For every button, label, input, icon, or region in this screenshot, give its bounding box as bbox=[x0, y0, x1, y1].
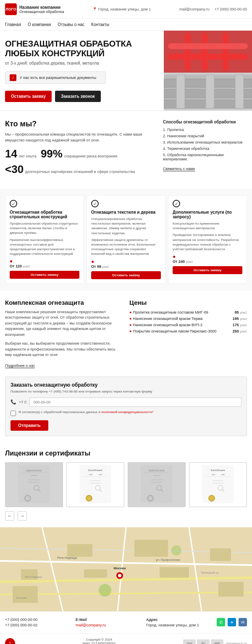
service-price-2: От 99 р/м2 bbox=[91, 264, 161, 269]
cert-card-4[interactable]: Certificate NAME NAME ━━━━━━━━━━━━━ ━━━━… bbox=[189, 462, 247, 507]
footer-phone-2[interactable]: +7 (000) 000-00-02 bbox=[5, 623, 69, 627]
svg-rect-64 bbox=[67, 544, 92, 557]
svg-point-75 bbox=[118, 574, 121, 577]
phone-prefix: +7 С bbox=[19, 400, 27, 404]
footer-social: ✆ ✈ vk bbox=[217, 618, 247, 627]
svg-point-73 bbox=[171, 545, 181, 555]
header-contacts: mail@company.ru +7 (000) 000-00-00 bbox=[179, 7, 247, 11]
stat-partners-num: <30 bbox=[5, 163, 24, 176]
svg-point-34 bbox=[87, 496, 92, 500]
svg-text:━━━━━━━━━━━━━: ━━━━━━━━━━━━━ bbox=[89, 482, 101, 484]
header-phone[interactable]: +7 (000) 000-00-00 bbox=[215, 7, 247, 11]
svg-rect-65 bbox=[134, 540, 168, 557]
form-section: Заказать огнезащитную обработку Позвонит… bbox=[5, 377, 247, 436]
service-title-1: Огнезащитная обработка строительных конс… bbox=[10, 210, 79, 219]
order-button[interactable]: Оставить заявку bbox=[5, 91, 52, 102]
svg-point-23 bbox=[26, 496, 30, 500]
header-email[interactable]: mail@company.ru bbox=[179, 7, 210, 11]
service-desc-1b: Применение высокоэффективных огнезащитны… bbox=[10, 238, 79, 257]
scroll-top-btn[interactable]: ↑ bbox=[5, 638, 15, 644]
service-desc-2: Специализированная обработка текстильных… bbox=[91, 217, 161, 236]
svg-text:━━━━━━━━: ━━━━━━━━ bbox=[153, 475, 160, 476]
whatsapp-icon[interactable]: ✆ bbox=[217, 618, 225, 626]
header: ЛОГО Название компании Огнезащитная обра… bbox=[0, 0, 252, 19]
footer-bottom: ↑ Copyright © 2024 ИНН: 0123456789001 ОГ… bbox=[0, 633, 252, 644]
stat-risk-num: 99% bbox=[41, 147, 63, 160]
service-price-3: От 240 р/м2 bbox=[173, 259, 242, 264]
svg-point-72 bbox=[99, 584, 111, 597]
footer-copyright: Copyright © 2024 bbox=[76, 638, 122, 641]
cert-card-1[interactable]: CERTIFICATE ━━━━━━━━ ━━━━━━━━━━━━━ ━━━━━… bbox=[5, 462, 63, 507]
svg-text:NAME: NAME bbox=[212, 474, 215, 476]
company-info: Название компании Огнезащитная обработка bbox=[19, 5, 64, 14]
stat-years: 14 лет опыта bbox=[5, 147, 37, 160]
service-price-dot-1: ● bbox=[10, 258, 79, 264]
nav-about[interactable]: О компании bbox=[28, 22, 51, 27]
badge-2: MC bbox=[197, 639, 210, 644]
svg-rect-5 bbox=[223, 33, 228, 71]
who-title: Кто мы? bbox=[5, 120, 155, 128]
footer-badges: VISA MC МИР bbox=[183, 639, 223, 644]
svg-rect-68 bbox=[160, 567, 189, 578]
form-consent-row: Я согласен(а) с обработкой персональных … bbox=[10, 410, 242, 416]
certs-prev-btn[interactable]: ← bbox=[5, 511, 14, 521]
submit-button[interactable]: Отправить bbox=[10, 420, 48, 431]
svg-text:Рита Надежды: Рита Надежды bbox=[57, 556, 77, 560]
telegram-icon[interactable]: ✈ bbox=[228, 618, 236, 626]
service-card-3: ✓ Дополнительные услуги (по запросу) Кон… bbox=[168, 195, 247, 284]
stat-risk-label: сокращение риска возгорания bbox=[64, 154, 117, 158]
method-item: 4. Термическая обработка bbox=[163, 147, 247, 151]
svg-text:NAME: NAME bbox=[89, 474, 93, 476]
cert-card-2[interactable]: Certificate NAME NAME ━━━━━━━━━━━━━ ━━━━… bbox=[66, 462, 124, 507]
vk-icon[interactable]: vk bbox=[239, 618, 247, 626]
svg-rect-71 bbox=[13, 586, 38, 603]
hero-section: ОГНЕЗАЩИТНАЯ ОБРАБОТКА ЛЮБЫХ КОНСТРУКЦИЙ… bbox=[0, 31, 252, 110]
service-check-icon-2: ✓ bbox=[91, 200, 99, 207]
complex-section: Комплексная огнезащита Наши комплексные … bbox=[0, 291, 252, 377]
method-item: 2. Нанесение покрытий bbox=[163, 134, 247, 138]
footer-right: VISA MC МИР megagroup.ru bbox=[183, 639, 247, 644]
certs-nav: ← → bbox=[5, 511, 247, 521]
privacy-link[interactable]: политикой конфиденциальности* bbox=[101, 410, 153, 414]
svg-text:Загородный пр.: Загородный пр. bbox=[201, 571, 219, 574]
footer-brand: megagroup.ru bbox=[226, 641, 247, 644]
svg-text:Certificate: Certificate bbox=[211, 469, 225, 471]
contact-link[interactable]: Свяжитесь с нами bbox=[163, 167, 195, 171]
service-desc-1: Профессиональная обработка структурных э… bbox=[10, 221, 79, 236]
callback-button[interactable]: Заказать звонок bbox=[55, 91, 101, 102]
hero-left: ОГНЕЗАЩИТНАЯ ОБРАБОТКА ЛЮБЫХ КОНСТРУКЦИЙ… bbox=[0, 31, 164, 110]
service-check-icon-1: ✓ bbox=[10, 200, 17, 207]
consent-checkbox[interactable] bbox=[10, 411, 16, 416]
service-desc-3: Консультации по применению огнезащитных … bbox=[173, 221, 242, 230]
footer-email[interactable]: mail@company.ru bbox=[76, 623, 106, 627]
footer-phone-1[interactable]: +7 (000) 000-00-00 bbox=[5, 618, 69, 622]
svg-text:━━━━━━━━━━━━━: ━━━━━━━━━━━━━ bbox=[89, 479, 101, 481]
hero-right bbox=[164, 31, 252, 110]
company-subtitle: Огнезащитная обработка bbox=[19, 10, 64, 14]
svg-text:Тульский: Тульский bbox=[16, 597, 26, 599]
form-phone-row: 📞 +7 С bbox=[10, 398, 242, 407]
price-row-2: ●Нанесение огнезащитной краски Терма 195… bbox=[129, 317, 247, 321]
footer-inn: ИНН: 0123456789001 bbox=[76, 641, 122, 644]
logo-block: ЛОГО Название компании Огнезащитная обра… bbox=[5, 3, 64, 15]
phone-input[interactable] bbox=[29, 398, 242, 407]
certs-next-btn[interactable]: → bbox=[18, 511, 27, 521]
complex-link[interactable]: Подробнее о нас bbox=[5, 364, 35, 368]
service-btn-3[interactable]: Оставить заявку bbox=[173, 266, 242, 274]
nav-reviews[interactable]: Отзывы о нас bbox=[58, 22, 84, 27]
certs-grid: CERTIFICATE ━━━━━━━━ ━━━━━━━━━━━━━ ━━━━━… bbox=[5, 462, 247, 507]
svg-rect-6 bbox=[168, 43, 248, 49]
complex-title: Комплексная огнезащита bbox=[5, 299, 123, 306]
who-desc: Мы – профессиональная команда специалист… bbox=[5, 132, 155, 143]
footer-legal: Copyright © 2024 ИНН: 0123456789001 ОГРН… bbox=[76, 638, 122, 644]
complex-desc: Наши комплексные решения огнезащиты пред… bbox=[5, 309, 123, 338]
badge-1: VISA bbox=[183, 639, 196, 644]
service-btn-2[interactable]: Оставить заявку bbox=[91, 271, 161, 279]
svg-text:━━━━━━━━━━━━━: ━━━━━━━━━━━━━ bbox=[28, 479, 39, 481]
cert-card-3[interactable]: CERTIFICATE ━━━━━━━━ ━━━━━━━━━━━━━ ━━━━━… bbox=[128, 462, 186, 507]
svg-rect-70 bbox=[218, 582, 244, 597]
phone-icon: 📞 bbox=[10, 399, 16, 405]
nav-home[interactable]: Главная bbox=[5, 22, 21, 27]
nav-contacts[interactable]: Контакты bbox=[91, 22, 109, 27]
service-btn-1[interactable]: Оставить заявку bbox=[10, 271, 79, 279]
